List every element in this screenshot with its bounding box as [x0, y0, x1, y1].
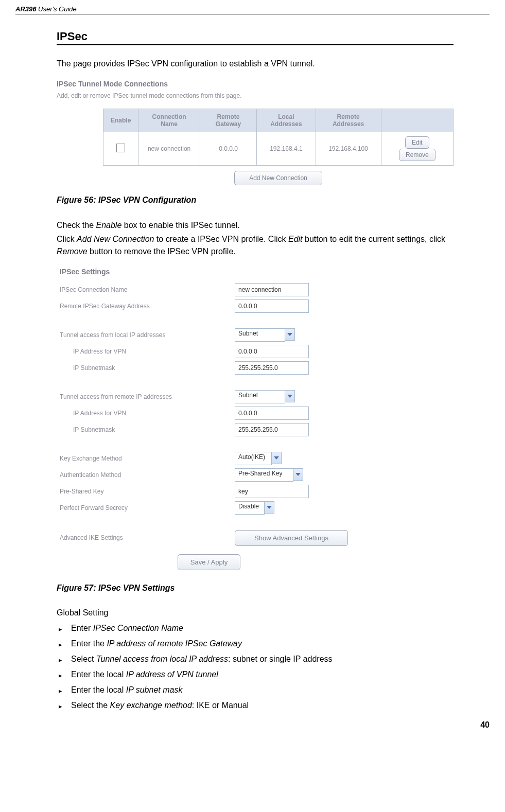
txt: Edit: [288, 235, 303, 243]
figure-56-screenshot: IPSec Tunnel Mode Connections Add, edit …: [57, 80, 454, 185]
figure-57-screenshot: IPSec Settings IPSec Connection Name Rem…: [60, 268, 454, 570]
select-value: Pre-Shared Key: [235, 468, 293, 482]
select-value: Disable: [235, 501, 265, 515]
bullet-icon: ▸: [57, 639, 71, 648]
page-header: AR396 User's Guide: [15, 5, 490, 14]
table-row: new connection 0.0.0.0 192.168.4.1 192.1…: [103, 132, 454, 166]
bullet-icon: ▸: [57, 685, 71, 695]
bullet-icon: ▸: [57, 701, 71, 710]
select-local-access[interactable]: Subnet: [235, 328, 295, 342]
list-item: ▸Enter the IP address of remote IPSec Ga…: [57, 639, 454, 648]
instructions-block: Check the Enable box to enable this IPSe…: [57, 219, 454, 257]
txt: to create a IPSec VPN profile. Click: [154, 235, 288, 243]
col-actions: [381, 109, 453, 132]
conn-name-cell: new connection: [138, 132, 200, 166]
section-title: IPSec: [57, 30, 454, 45]
connections-table: Enable Connection Name Remote Gateway Lo…: [103, 109, 454, 166]
txt: Click: [57, 235, 77, 243]
input-conn-name[interactable]: [235, 283, 309, 296]
label-remote-mask: IP Subnetmask: [60, 426, 235, 433]
input-psk[interactable]: [235, 485, 309, 498]
select-auth[interactable]: Pre-Shared Key: [235, 468, 303, 482]
label-local-mask: IP Subnetmask: [60, 364, 235, 372]
label-pfs: Perfect Forward Secrecy: [60, 504, 235, 511]
intro-text: The page provides IPSec VPN configuratio…: [57, 58, 454, 69]
txt: Add New Connection: [77, 235, 154, 243]
label-kex: Key Exchange Method: [60, 455, 235, 462]
select-value: Auto(IKE): [235, 452, 272, 465]
table-header-row: Enable Connection Name Remote Gateway Lo…: [103, 109, 454, 132]
remote-addr-cell: 192.168.4.100: [316, 132, 381, 166]
figure-57-caption: Figure 57: IPSec VPN Settings: [57, 584, 454, 593]
label-psk: Pre-Shared Key: [60, 488, 235, 495]
list-item-text: Enter IPSec Connection Name: [71, 624, 183, 633]
list-item-text: Enter the local IP subnet mask: [71, 685, 182, 695]
actions-cell: Edit Remove: [381, 132, 453, 166]
bullet-icon: ▸: [57, 624, 71, 633]
label-remote-ip: IP Address for VPN: [60, 410, 235, 417]
list-item-text: Select the Key exchange method: IKE or M…: [71, 701, 249, 710]
input-remote-mask[interactable]: [235, 423, 309, 436]
select-kex[interactable]: Auto(IKE): [235, 452, 282, 465]
label-local-access: Tunnel access from local IP addresses: [60, 331, 235, 339]
select-value: Subnet: [235, 328, 285, 342]
edit-button[interactable]: Edit: [405, 136, 429, 149]
list-item: ▸Enter the local IP subnet mask: [57, 685, 454, 695]
header-left: AR396 User's Guide: [15, 5, 77, 13]
select-value: Subnet: [235, 390, 285, 403]
label-adv: Advanced IKE Settings: [60, 534, 235, 541]
list-item: ▸Select Tunnel access from local IP addr…: [57, 655, 454, 664]
add-new-connection-button[interactable]: Add New Connection: [234, 171, 322, 185]
txt: Check the: [57, 221, 96, 230]
chevron-down-icon: [293, 468, 303, 481]
label-remote-access: Tunnel access from remote IP addresses: [60, 393, 235, 400]
input-local-ip[interactable]: [235, 345, 309, 358]
enable-cell: [103, 132, 138, 166]
label-remote-gw: Remote IPSec Gateway Address: [60, 303, 235, 310]
bullet-icon: ▸: [57, 670, 71, 679]
remove-button[interactable]: Remove: [399, 149, 436, 161]
list-item: ▸Enter the local IP address of VPN tunne…: [57, 670, 454, 679]
gateway-cell: 0.0.0.0: [200, 132, 256, 166]
txt: Remove: [57, 247, 88, 256]
select-remote-access[interactable]: Subnet: [235, 390, 295, 403]
list-item-text: Enter the IP address of remote IPSec Gat…: [71, 639, 242, 648]
fig56-title: IPSec Tunnel Mode Connections: [57, 80, 454, 88]
label-auth: Authentication Method: [60, 471, 235, 479]
chevron-down-icon: [285, 390, 295, 402]
list-item-text: Enter the local IP address of VPN tunnel: [71, 670, 218, 679]
input-remote-gw[interactable]: [235, 299, 309, 313]
col-conn-name: Connection Name: [138, 109, 200, 132]
bullet-icon: ▸: [57, 655, 71, 664]
chevron-down-icon: [285, 328, 295, 341]
select-pfs[interactable]: Disable: [235, 501, 274, 515]
fig57-title: IPSec Settings: [60, 268, 454, 276]
product-name: AR396: [15, 5, 36, 13]
col-remote-addresses: Remote Addresses: [316, 109, 381, 132]
figure-56-caption: Figure 56: IPSec VPN Configuration: [57, 196, 454, 205]
label-local-ip: IP Address for VPN: [60, 348, 235, 355]
global-setting-heading: Global Setting: [57, 608, 454, 617]
fig56-subtitle: Add, edit or remove IPSec tunnel mode co…: [57, 92, 454, 99]
txt: Enable: [96, 221, 121, 230]
show-advanced-button[interactable]: Show Advanced Settings: [235, 530, 348, 546]
save-apply-button[interactable]: Save / Apply: [178, 554, 240, 570]
label-conn-name: IPSec Connection Name: [60, 286, 235, 293]
input-local-mask[interactable]: [235, 361, 309, 375]
chevron-down-icon: [272, 452, 282, 464]
txt: button to edit the current settings, cli…: [303, 235, 445, 243]
global-setting-list: ▸Enter IPSec Connection Name▸Enter the I…: [57, 624, 454, 710]
input-remote-ip[interactable]: [235, 407, 309, 420]
col-local-addresses: Local Addresses: [257, 109, 316, 132]
txt: box to enable this IPSec tunnel.: [121, 221, 239, 230]
local-addr-cell: 192.168.4.1: [257, 132, 316, 166]
enable-checkbox[interactable]: [116, 144, 125, 152]
header-suffix: User's Guide: [36, 5, 76, 13]
list-item-text: Select Tunnel access from local IP addre…: [71, 655, 333, 664]
txt: button to remove the IPSec VPN profile.: [88, 247, 236, 256]
list-item: ▸Select the Key exchange method: IKE or …: [57, 701, 454, 710]
chevron-down-icon: [265, 501, 274, 514]
col-enable: Enable: [103, 109, 138, 132]
list-item: ▸Enter IPSec Connection Name: [57, 624, 454, 633]
page-number: 40: [15, 720, 490, 730]
